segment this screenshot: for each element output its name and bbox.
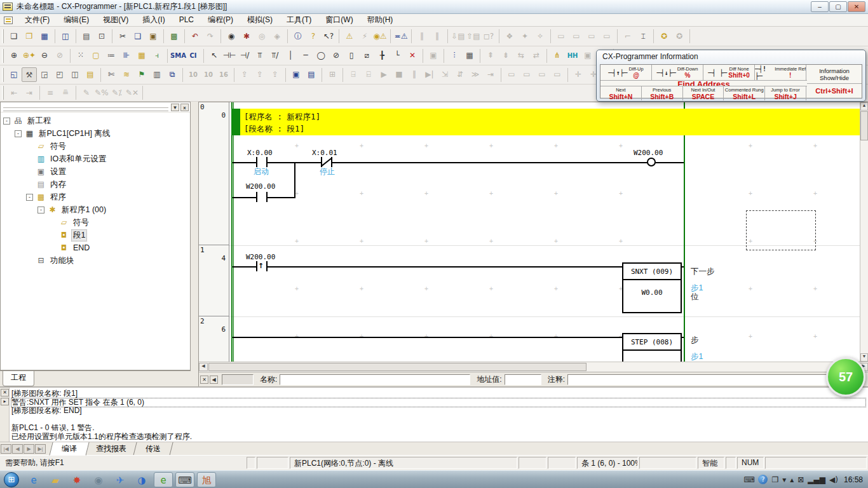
mon-tool-1[interactable]: ▭ xyxy=(504,67,519,82)
section-comment-banner[interactable]: [程序名 : 新程序1] [段名称 : 段1] xyxy=(231,109,860,135)
symbol-grid[interactable]: ▦ xyxy=(134,48,149,63)
scroll-down-button[interactable]: ▼ xyxy=(860,353,868,362)
vertical-scroll-thumb[interactable] xyxy=(860,111,868,140)
output-line[interactable]: 警告:SNXT 用作 SET 指令 在条 1 (6, 0) xyxy=(11,398,865,407)
tab-project[interactable]: 工程 xyxy=(3,371,34,386)
sim-pause[interactable]: ‖ xyxy=(407,67,422,82)
sim-step-over[interactable]: ⇵ xyxy=(452,67,468,82)
toolbar-grip[interactable] xyxy=(2,49,4,63)
snxt-instruction-box[interactable]: SNXT (009) W0.00 xyxy=(622,262,682,313)
page-down-tool[interactable]: ⇟ xyxy=(498,48,513,63)
decimal-10[interactable]: 10 xyxy=(186,67,201,82)
tray-window-icon[interactable]: ❐ xyxy=(771,475,778,484)
local-symbols[interactable]: ≋ xyxy=(119,67,134,82)
edit-comment-3[interactable]: ✎⁒ xyxy=(109,86,125,100)
monitor-window-4[interactable]: ▭ xyxy=(599,29,614,44)
find[interactable]: ◉ xyxy=(224,29,239,44)
sim-fast[interactable]: ≫ xyxy=(468,67,483,82)
tree-function-blocks[interactable]: ⊟ 功能块 xyxy=(1,254,190,267)
sim-stop[interactable]: ■ xyxy=(391,67,407,82)
show-comments[interactable]: ▢ xyxy=(88,48,104,63)
toolbar-grip[interactable] xyxy=(2,68,4,82)
new-instruction[interactable]: ▯ xyxy=(344,48,359,63)
tab-scroll-next[interactable]: ▶ xyxy=(24,444,34,454)
watch-window[interactable]: HH xyxy=(565,48,580,63)
output-line[interactable]: 新PLC1 - 0 错误, 1 警告. xyxy=(11,424,865,433)
zoom-selection[interactable]: ⊕✦ xyxy=(22,48,37,63)
selection-rect[interactable] xyxy=(746,210,816,250)
output-line[interactable] xyxy=(11,416,865,424)
retrace[interactable]: ◈ xyxy=(269,29,285,44)
taskbar-app-keyboard[interactable]: ⌨ xyxy=(175,472,194,487)
new-closed-contact[interactable]: ⊣/⊢ xyxy=(237,48,252,63)
data-tree[interactable]: ⫞ xyxy=(149,48,165,63)
open-file[interactable]: ❐ xyxy=(22,29,37,44)
output-tab[interactable]: 查找报表 xyxy=(83,442,139,456)
indent-right[interactable]: ⇥ xyxy=(22,86,37,100)
tray-volume-icon[interactable]: ◀) xyxy=(829,475,838,484)
show-grid[interactable]: ⁙ xyxy=(73,48,88,63)
scroll-left-button[interactable]: ◀ xyxy=(199,363,208,371)
tab-scroll-first[interactable]: |◀ xyxy=(1,444,11,454)
cut[interactable]: ✂ xyxy=(115,29,130,44)
tree-new-project[interactable]: - 品 新工程 xyxy=(1,114,190,127)
menu-item[interactable]: 视图(V) xyxy=(96,14,135,25)
zoom-in[interactable]: ⊕ xyxy=(6,48,22,63)
output-tab[interactable]: 传送 xyxy=(133,442,173,456)
signed-10[interactable]: 10 xyxy=(201,67,216,82)
print[interactable]: ▤ xyxy=(79,29,94,44)
toolbar-grip[interactable] xyxy=(2,86,4,100)
clock[interactable]: 16:58 xyxy=(844,475,863,484)
tray-help-icon[interactable]: ? xyxy=(758,475,768,484)
overlay-timer-badge[interactable]: 57 xyxy=(826,357,865,396)
cascade-windows[interactable]: ◱ xyxy=(6,67,22,82)
close-button[interactable]: ✕ xyxy=(848,1,865,12)
menu-item[interactable]: 窗口(W) xyxy=(318,14,360,25)
contact-latch[interactable] xyxy=(256,192,268,202)
verify-with-plc[interactable]: ◻? xyxy=(481,29,496,44)
info[interactable]: ⓘ xyxy=(290,29,306,44)
tree-window[interactable]: ⋔ xyxy=(550,48,565,63)
menu-item[interactable]: 工具(T) xyxy=(280,14,318,25)
tree-pane-close-button[interactable]: x xyxy=(180,104,189,111)
tree-memory[interactable]: ▤ 内存 xyxy=(1,178,190,191)
exchange-tool[interactable]: ⇄ xyxy=(529,48,544,63)
sim-step-in[interactable]: ⇲ xyxy=(437,67,452,82)
horizontal-scroll-thumb[interactable] xyxy=(208,363,587,371)
schedule-view[interactable]: ▦ xyxy=(462,48,477,63)
hex-16[interactable]: 16 xyxy=(216,67,231,82)
options-tool[interactable]: ⚒ xyxy=(22,67,37,82)
rung-comment[interactable]: ⊞ xyxy=(325,67,340,82)
check-report[interactable]: ◉⚠ xyxy=(372,29,388,44)
go-next[interactable]: ⇪ xyxy=(252,67,268,82)
menu-item[interactable]: 文件(F) xyxy=(18,14,57,25)
new-or-closed-contact[interactable]: ⫪/ xyxy=(268,48,283,63)
tree-expander-icon[interactable]: - xyxy=(37,207,44,214)
document-icon[interactable] xyxy=(4,17,13,24)
ci-view[interactable]: CI xyxy=(186,48,201,63)
output-coil[interactable] xyxy=(647,158,656,166)
io-levels[interactable]: ⊪ xyxy=(119,48,134,63)
section-list[interactable]: ⚑ xyxy=(134,67,149,82)
contact-diff-up[interactable]: ↑ xyxy=(256,261,268,271)
new-combo[interactable]: ╊ xyxy=(374,48,390,63)
name-input[interactable] xyxy=(280,374,470,385)
step-ladder[interactable]: ⌐ xyxy=(620,29,635,44)
menu-item[interactable]: 编程(P) xyxy=(201,14,240,25)
tree-pane-menu-button[interactable]: ▼ xyxy=(171,104,179,111)
horizontal-scrollbar[interactable]: ◀ ▶ xyxy=(199,362,868,372)
paste-rung[interactable]: ▩ xyxy=(166,29,182,44)
taskbar-app-plane[interactable]: ✈ xyxy=(111,472,130,487)
output-line[interactable]: [梯形图段名称: END] xyxy=(11,407,865,416)
tree-settings[interactable]: ▣ 设置 xyxy=(1,165,190,178)
align-list-2[interactable]: ≞ xyxy=(58,86,73,100)
rung-header-0[interactable]: 0 0 xyxy=(199,102,229,245)
operand-prev-button[interactable]: ◀ xyxy=(210,376,218,384)
window-split[interactable]: ◫ xyxy=(67,67,83,82)
pause-monitoring[interactable]: ‖ xyxy=(414,29,430,44)
tree-expander-icon[interactable]: - xyxy=(26,194,33,201)
tree-programs[interactable]: - ▩ 程序 xyxy=(1,191,190,203)
rung-header-1[interactable]: 1 4 xyxy=(199,245,229,316)
new-corner[interactable]: └ xyxy=(390,48,405,63)
mon-tool-2[interactable]: ▭ xyxy=(519,67,534,82)
